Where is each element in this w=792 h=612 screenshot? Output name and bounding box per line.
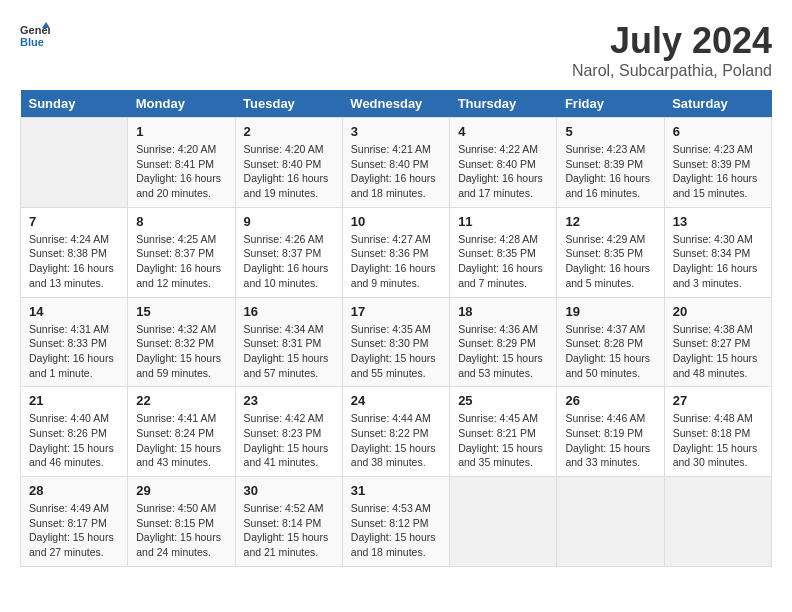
day-info: Sunrise: 4:21 AM Sunset: 8:40 PM Dayligh… [351,142,441,201]
calendar-cell: 10Sunrise: 4:27 AM Sunset: 8:36 PM Dayli… [342,207,449,297]
calendar-cell: 15Sunrise: 4:32 AM Sunset: 8:32 PM Dayli… [128,297,235,387]
logo: General Blue [20,20,50,50]
day-info: Sunrise: 4:53 AM Sunset: 8:12 PM Dayligh… [351,501,441,560]
calendar-cell: 4Sunrise: 4:22 AM Sunset: 8:40 PM Daylig… [450,118,557,208]
day-info: Sunrise: 4:42 AM Sunset: 8:23 PM Dayligh… [244,411,334,470]
calendar-cell: 1Sunrise: 4:20 AM Sunset: 8:41 PM Daylig… [128,118,235,208]
day-number: 28 [29,483,119,498]
day-info: Sunrise: 4:38 AM Sunset: 8:27 PM Dayligh… [673,322,763,381]
week-row-2: 7Sunrise: 4:24 AM Sunset: 8:38 PM Daylig… [21,207,772,297]
day-number: 14 [29,304,119,319]
day-info: Sunrise: 4:34 AM Sunset: 8:31 PM Dayligh… [244,322,334,381]
calendar-cell: 20Sunrise: 4:38 AM Sunset: 8:27 PM Dayli… [664,297,771,387]
day-info: Sunrise: 4:26 AM Sunset: 8:37 PM Dayligh… [244,232,334,291]
day-info: Sunrise: 4:28 AM Sunset: 8:35 PM Dayligh… [458,232,548,291]
day-number: 2 [244,124,334,139]
day-number: 19 [565,304,655,319]
day-info: Sunrise: 4:23 AM Sunset: 8:39 PM Dayligh… [565,142,655,201]
week-row-5: 28Sunrise: 4:49 AM Sunset: 8:17 PM Dayli… [21,477,772,567]
day-info: Sunrise: 4:31 AM Sunset: 8:33 PM Dayligh… [29,322,119,381]
weekday-header-sunday: Sunday [21,90,128,118]
calendar-cell: 11Sunrise: 4:28 AM Sunset: 8:35 PM Dayli… [450,207,557,297]
calendar-cell: 25Sunrise: 4:45 AM Sunset: 8:21 PM Dayli… [450,387,557,477]
day-number: 22 [136,393,226,408]
calendar-cell [557,477,664,567]
day-number: 20 [673,304,763,319]
day-number: 7 [29,214,119,229]
calendar-cell: 5Sunrise: 4:23 AM Sunset: 8:39 PM Daylig… [557,118,664,208]
weekday-header-thursday: Thursday [450,90,557,118]
day-info: Sunrise: 4:49 AM Sunset: 8:17 PM Dayligh… [29,501,119,560]
day-number: 11 [458,214,548,229]
calendar-cell: 12Sunrise: 4:29 AM Sunset: 8:35 PM Dayli… [557,207,664,297]
day-info: Sunrise: 4:37 AM Sunset: 8:28 PM Dayligh… [565,322,655,381]
weekday-header-row: SundayMondayTuesdayWednesdayThursdayFrid… [21,90,772,118]
calendar-cell: 31Sunrise: 4:53 AM Sunset: 8:12 PM Dayli… [342,477,449,567]
calendar-cell: 18Sunrise: 4:36 AM Sunset: 8:29 PM Dayli… [450,297,557,387]
day-number: 8 [136,214,226,229]
calendar-cell: 16Sunrise: 4:34 AM Sunset: 8:31 PM Dayli… [235,297,342,387]
weekday-header-wednesday: Wednesday [342,90,449,118]
day-number: 26 [565,393,655,408]
day-info: Sunrise: 4:41 AM Sunset: 8:24 PM Dayligh… [136,411,226,470]
day-number: 15 [136,304,226,319]
calendar-cell: 9Sunrise: 4:26 AM Sunset: 8:37 PM Daylig… [235,207,342,297]
calendar-cell: 22Sunrise: 4:41 AM Sunset: 8:24 PM Dayli… [128,387,235,477]
weekday-header-friday: Friday [557,90,664,118]
day-info: Sunrise: 4:24 AM Sunset: 8:38 PM Dayligh… [29,232,119,291]
day-number: 27 [673,393,763,408]
day-number: 29 [136,483,226,498]
calendar-cell: 8Sunrise: 4:25 AM Sunset: 8:37 PM Daylig… [128,207,235,297]
day-number: 24 [351,393,441,408]
week-row-1: 1Sunrise: 4:20 AM Sunset: 8:41 PM Daylig… [21,118,772,208]
day-number: 17 [351,304,441,319]
calendar-table: SundayMondayTuesdayWednesdayThursdayFrid… [20,90,772,567]
calendar-cell: 7Sunrise: 4:24 AM Sunset: 8:38 PM Daylig… [21,207,128,297]
day-number: 5 [565,124,655,139]
day-info: Sunrise: 4:44 AM Sunset: 8:22 PM Dayligh… [351,411,441,470]
day-info: Sunrise: 4:46 AM Sunset: 8:19 PM Dayligh… [565,411,655,470]
day-info: Sunrise: 4:20 AM Sunset: 8:41 PM Dayligh… [136,142,226,201]
calendar-cell [664,477,771,567]
day-number: 3 [351,124,441,139]
calendar-cell: 21Sunrise: 4:40 AM Sunset: 8:26 PM Dayli… [21,387,128,477]
day-number: 31 [351,483,441,498]
calendar-cell: 17Sunrise: 4:35 AM Sunset: 8:30 PM Dayli… [342,297,449,387]
day-info: Sunrise: 4:22 AM Sunset: 8:40 PM Dayligh… [458,142,548,201]
title-block: July 2024 Narol, Subcarpathia, Poland [572,20,772,80]
calendar-cell: 2Sunrise: 4:20 AM Sunset: 8:40 PM Daylig… [235,118,342,208]
day-info: Sunrise: 4:52 AM Sunset: 8:14 PM Dayligh… [244,501,334,560]
day-info: Sunrise: 4:23 AM Sunset: 8:39 PM Dayligh… [673,142,763,201]
day-number: 13 [673,214,763,229]
day-number: 23 [244,393,334,408]
weekday-header-tuesday: Tuesday [235,90,342,118]
calendar-cell: 3Sunrise: 4:21 AM Sunset: 8:40 PM Daylig… [342,118,449,208]
calendar-cell: 14Sunrise: 4:31 AM Sunset: 8:33 PM Dayli… [21,297,128,387]
day-number: 6 [673,124,763,139]
day-number: 9 [244,214,334,229]
month-title: July 2024 [572,20,772,62]
page-header: General Blue July 2024 Narol, Subcarpath… [20,20,772,80]
day-number: 16 [244,304,334,319]
calendar-cell: 24Sunrise: 4:44 AM Sunset: 8:22 PM Dayli… [342,387,449,477]
week-row-4: 21Sunrise: 4:40 AM Sunset: 8:26 PM Dayli… [21,387,772,477]
calendar-cell: 27Sunrise: 4:48 AM Sunset: 8:18 PM Dayli… [664,387,771,477]
weekday-header-monday: Monday [128,90,235,118]
day-info: Sunrise: 4:27 AM Sunset: 8:36 PM Dayligh… [351,232,441,291]
location: Narol, Subcarpathia, Poland [572,62,772,80]
calendar-cell [450,477,557,567]
calendar-cell: 19Sunrise: 4:37 AM Sunset: 8:28 PM Dayli… [557,297,664,387]
calendar-cell: 13Sunrise: 4:30 AM Sunset: 8:34 PM Dayli… [664,207,771,297]
day-number: 10 [351,214,441,229]
day-info: Sunrise: 4:45 AM Sunset: 8:21 PM Dayligh… [458,411,548,470]
day-number: 30 [244,483,334,498]
day-info: Sunrise: 4:36 AM Sunset: 8:29 PM Dayligh… [458,322,548,381]
day-info: Sunrise: 4:32 AM Sunset: 8:32 PM Dayligh… [136,322,226,381]
calendar-cell: 26Sunrise: 4:46 AM Sunset: 8:19 PM Dayli… [557,387,664,477]
day-number: 25 [458,393,548,408]
calendar-cell: 29Sunrise: 4:50 AM Sunset: 8:15 PM Dayli… [128,477,235,567]
calendar-cell: 6Sunrise: 4:23 AM Sunset: 8:39 PM Daylig… [664,118,771,208]
day-info: Sunrise: 4:20 AM Sunset: 8:40 PM Dayligh… [244,142,334,201]
logo-icon: General Blue [20,20,50,50]
day-info: Sunrise: 4:35 AM Sunset: 8:30 PM Dayligh… [351,322,441,381]
